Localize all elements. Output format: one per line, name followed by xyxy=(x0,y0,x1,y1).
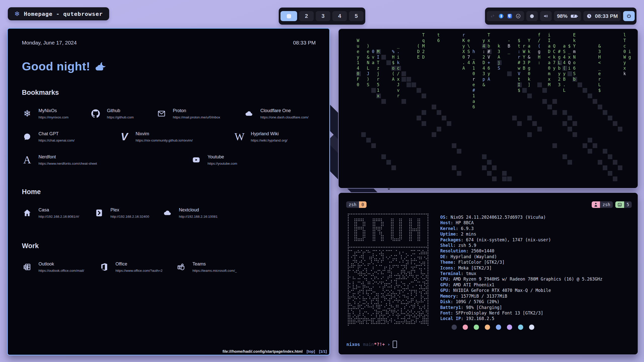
workspace-4[interactable]: 4 xyxy=(332,11,347,21)
bookmark-url: https://teams.microsoft.com/_ xyxy=(192,269,237,273)
letter-v-icon: V xyxy=(119,131,130,143)
tmux-left-status[interactable]: zsh 0 xyxy=(346,201,367,208)
fetch-line: Disk: 109G / 576G (20%) xyxy=(440,299,602,304)
bookmark-nixvim[interactable]: VNixvimhttps://nix-community.github.io/n… xyxy=(119,131,234,143)
fetch-line: GPU: AMD ATI Phoenix1 xyxy=(440,282,602,288)
tray-status-icons xyxy=(487,11,524,21)
fetch-line: Memory: 1577MiB / 31377MiB xyxy=(440,293,602,299)
startpage-clock: 08:33 PM xyxy=(293,40,316,46)
active-window-title: Homepage - qutebrowser xyxy=(24,11,103,17)
tmux-pane-count: 5 xyxy=(624,201,632,208)
prompt-symbol: › xyxy=(387,342,390,347)
battery-indicator[interactable]: 98% xyxy=(554,11,581,21)
workspace-5[interactable]: 5 xyxy=(349,11,364,21)
bookmark-nextcloud[interactable]: Nextcloudhttp://192.168.2.16:10081 xyxy=(162,207,218,219)
bookmark-url: https://www.office.com/?auth=2 xyxy=(115,269,163,273)
fetch-line: Local IP: 192.168.2.5 xyxy=(440,316,602,321)
tmux-session-name: zsh xyxy=(600,201,613,208)
cloud-icon xyxy=(162,207,173,219)
bookmark-outlook[interactable]: Outlookhttps://outlook.office.com/mail/ xyxy=(22,261,99,273)
person-icon xyxy=(592,201,600,208)
greeting-text: Good night! xyxy=(22,59,90,73)
fetch-line: Theme: FlatColor [GTK2/3] xyxy=(440,259,602,265)
bookmark-chat-gpt[interactable]: Chat GPThttps://chat.openai.com/ xyxy=(22,131,119,143)
tmux-window-index: 0 xyxy=(359,201,367,208)
bookmark-name: Nextcloud xyxy=(179,207,218,213)
fetch-line: CPU: AMD Ryzen 9 7940HS w/ Radeon 780M G… xyxy=(440,276,602,282)
kdeconnect-icon[interactable] xyxy=(490,13,495,19)
workspace-active[interactable] xyxy=(280,11,297,21)
bookmark-office[interactable]: Officehttps://www.office.com/?auth=2 xyxy=(99,261,176,273)
bookmark-mynixos[interactable]: ❄MyNixOshttps://mynixos.com xyxy=(22,108,90,120)
fetch-line: Uptime: 2 mins xyxy=(440,231,602,237)
record-dot-icon xyxy=(530,14,534,18)
cmatrix-terminal-window[interactable] xyxy=(338,28,638,189)
bookmark-url: https://outlook.office.com/mail/ xyxy=(38,269,84,273)
fetch-line: Battery1: 98% [Charging] xyxy=(440,305,602,310)
tmux-shell-label: zsh xyxy=(346,201,359,208)
bookmark-cloudflare-one[interactable]: Cloudflare Onehttps://one.dash.cloudflar… xyxy=(244,108,308,120)
bookmark-url: https://mail.proton.me/u/0/inbox xyxy=(173,115,220,119)
bookmark-proton[interactable]: Protonhttps://mail.proton.me/u/0/inbox xyxy=(156,108,244,120)
volume-control[interactable] xyxy=(540,11,552,21)
fetch-line: Packages: 674 (nix-system), 1747 (nix-us… xyxy=(440,237,602,243)
screen-record-indicator[interactable] xyxy=(526,11,538,21)
bookmark-github[interactable]: Githubhttps://github.com xyxy=(90,108,156,120)
qutebrowser-window: Monday, June 17, 2024 08:33 PM Good nigh… xyxy=(7,28,330,355)
bookmark-url: http://192.168.2.16:8081/#/ xyxy=(38,215,79,218)
prompt-git-branch: main xyxy=(363,342,374,347)
workspace-active-icon xyxy=(287,14,291,18)
clock-widget[interactable]: 08:33 PM xyxy=(583,11,621,21)
section-title-home: Home xyxy=(22,188,316,196)
fetch-line: Shell: zsh 5.9 xyxy=(440,243,602,248)
bluetooth-icon[interactable] xyxy=(498,13,504,19)
bookmark-hyprland-wiki[interactable]: WHyprland Wikihttps://wiki.hyprland.org/ xyxy=(234,131,288,143)
bookmark-nerdfont[interactable]: ANerdfonthttps://www.nerdfonts.com/cheat… xyxy=(22,154,191,166)
bookmark-url: https://mynixos.com xyxy=(38,115,68,119)
fastfetch-info: OS: NixOS 24.11.20240612.57d6973 (Vicuña… xyxy=(440,214,602,322)
palette-dot-5 xyxy=(507,325,512,330)
terminal-cursor xyxy=(393,341,397,348)
fetch-line: Terminal: tmux xyxy=(440,271,602,276)
letter-a-icon: A xyxy=(22,154,32,166)
bookmark-name: Nixvim xyxy=(136,131,193,137)
bookmark-youtube[interactable]: Youtubehttps://youtube.com xyxy=(191,154,237,166)
battery-percent: 98% xyxy=(557,13,568,19)
bookmark-plex[interactable]: Plexhttp://192.168.2.16:32400 xyxy=(94,207,162,219)
outlook-icon xyxy=(22,261,32,273)
tmux-pane-widget[interactable]: 5 xyxy=(615,201,632,208)
bookmark-url: https://www.nerdfonts.com/cheat-sheet xyxy=(38,162,97,165)
statusbar-scroll-position: [top] xyxy=(307,349,315,353)
speaker-icon xyxy=(543,13,549,19)
fastfetch-terminal-window[interactable]: zsh 0 zsh 5 OS: NixOS 24.11.20240612.57d… xyxy=(338,192,638,355)
bookmark-name: Teams xyxy=(192,261,237,267)
qutebrowser-statusbar: file:///home/hadi/.config/startpage/inde… xyxy=(222,349,327,353)
palette-dot-6 xyxy=(518,325,523,330)
bookmark-teams[interactable]: Teamshttps://teams.microsoft.com/_ xyxy=(176,261,237,273)
office-icon xyxy=(99,261,109,273)
bookmark-casa[interactable]: Casahttp://192.168.2.16:8081/#/ xyxy=(22,207,94,219)
bookmark-name: Nerdfont xyxy=(38,154,97,160)
bookmark-url: https://one.dash.cloudflare.com/ xyxy=(260,115,308,119)
pane-icon xyxy=(615,201,624,208)
shell-prompt[interactable]: nixos main *?!+ › xyxy=(346,341,397,348)
prompt-host: nixos xyxy=(346,342,360,347)
fetch-line: Icons: Moka [GTK2/3] xyxy=(440,265,602,271)
statusbar-url: file:///home/hadi/.config/startpage/inde… xyxy=(222,349,302,353)
palette-dot-2 xyxy=(474,325,479,330)
bookmark-sections: Bookmarks❄MyNixOshttps://mynixos.comGith… xyxy=(22,89,316,273)
plex-chevron-icon xyxy=(94,207,104,219)
tmux-statusbar: zsh 0 zsh 5 xyxy=(346,201,632,208)
fetch-line: GPU: NVIDIA GeForce RTX 4070 Max-Q / Mob… xyxy=(440,288,602,293)
power-button[interactable] xyxy=(623,11,635,21)
youtube-icon xyxy=(191,154,202,166)
moon-cloud-icon xyxy=(94,62,107,71)
fetch-line: OS: NixOS 24.11.20240612.57d6973 (Vicuña… xyxy=(440,214,602,220)
fetch-line: Resolution: 644×362 xyxy=(440,248,602,254)
check-circle-icon[interactable] xyxy=(515,13,521,19)
workspace-3[interactable]: 3 xyxy=(316,11,330,21)
bookmark-name: Outlook xyxy=(38,261,84,267)
bitwarden-icon[interactable] xyxy=(507,13,512,19)
workspace-2[interactable]: 2 xyxy=(299,11,314,21)
tmux-session-widget[interactable]: zsh xyxy=(592,201,613,208)
